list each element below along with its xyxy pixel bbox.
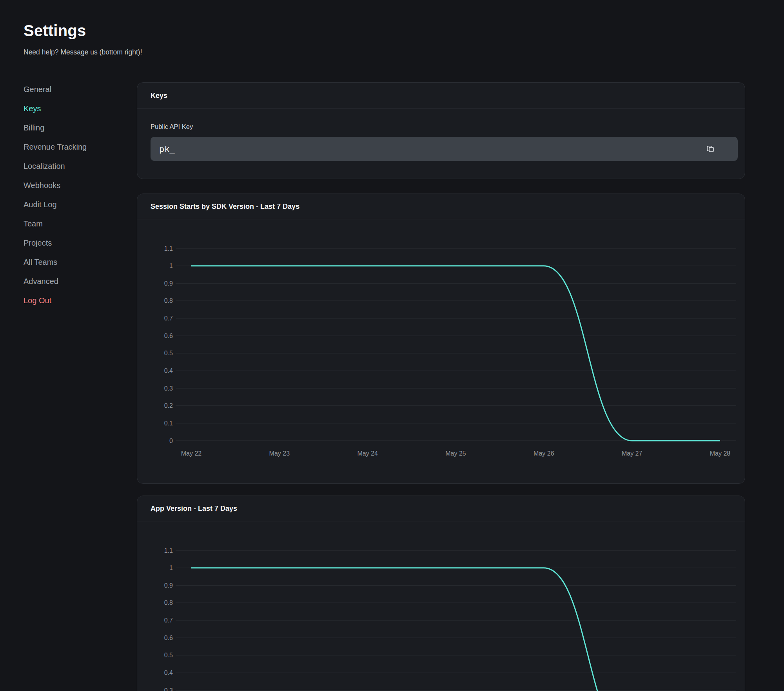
y-tick-label: 1 <box>169 564 173 571</box>
sidebar-item-all-teams[interactable]: All Teams <box>24 253 87 272</box>
sdk-version-chart-card: 1.110.90.80.70.60.50.40.30.20.10May 22Ma… <box>137 194 745 484</box>
y-tick-label: 0.5 <box>164 350 173 356</box>
y-tick-label: 0.8 <box>164 599 173 606</box>
y-tick-label: 1.1 <box>164 245 173 252</box>
x-tick-label: May 25 <box>445 450 466 457</box>
series-line <box>191 568 720 691</box>
y-tick-label: 0.7 <box>164 315 173 322</box>
sdk-version-line-chart: 1.110.90.80.70.60.50.40.30.20.10May 22Ma… <box>137 194 745 484</box>
x-tick-label: May 28 <box>710 450 731 457</box>
sidebar-item-webhooks[interactable]: Webhooks <box>24 176 87 195</box>
y-tick-label: 1.1 <box>164 547 173 554</box>
settings-nav: GeneralKeysBillingRevenue TrackingLocali… <box>24 80 87 310</box>
app-version-chart-header: App Version - Last 7 Days <box>137 496 745 521</box>
x-tick-label: May 22 <box>181 450 202 457</box>
app-version-chart-card: 1.110.90.80.70.60.50.40.30.20.10May 22Ma… <box>137 496 745 691</box>
y-tick-label: 0.9 <box>164 280 173 287</box>
chart-canvas: 1.110.90.80.70.60.50.40.30.20.10May 22Ma… <box>137 194 745 484</box>
y-tick-label: 0.2 <box>164 402 173 409</box>
page-subtitle: Need help? Message us (bottom right)! <box>24 48 142 56</box>
sdk-version-chart-header: Session Starts by SDK Version - Last 7 D… <box>137 194 745 219</box>
y-tick-label: 0.3 <box>164 687 173 691</box>
app-version-chart-title: App Version - Last 7 Days <box>151 505 237 513</box>
sidebar-item-keys[interactable]: Keys <box>24 99 87 118</box>
y-tick-label: 0.6 <box>164 333 173 339</box>
page-header: Settings Need help? Message us (bottom r… <box>24 22 142 56</box>
keys-card: Keys Public API Key pk_ <box>137 82 745 179</box>
app-version-line-chart: 1.110.90.80.70.60.50.40.30.20.10May 22Ma… <box>137 496 745 691</box>
sidebar-item-localization[interactable]: Localization <box>24 157 87 176</box>
keys-card-title: Keys <box>151 92 167 100</box>
copy-api-key-button[interactable] <box>705 143 717 155</box>
y-tick-label: 0 <box>169 438 173 444</box>
y-tick-label: 0.9 <box>164 582 173 589</box>
keys-card-body: Public API Key pk_ <box>137 123 745 161</box>
sdk-version-chart-title: Session Starts by SDK Version - Last 7 D… <box>151 203 299 211</box>
sidebar-item-log-out[interactable]: Log Out <box>24 291 87 310</box>
y-tick-label: 0.7 <box>164 617 173 624</box>
y-tick-label: 1 <box>169 262 173 269</box>
x-tick-label: May 24 <box>357 450 378 457</box>
y-tick-label: 0.3 <box>164 385 173 392</box>
y-tick-label: 0.6 <box>164 635 173 641</box>
sidebar-item-general[interactable]: General <box>24 80 87 99</box>
public-api-key-field[interactable]: pk_ <box>151 137 738 161</box>
page-title: Settings <box>24 22 142 40</box>
sidebar-item-audit-log[interactable]: Audit Log <box>24 195 87 214</box>
public-api-key-label: Public API Key <box>151 123 731 130</box>
chart-canvas: 1.110.90.80.70.60.50.40.30.20.10May 22Ma… <box>137 496 745 691</box>
y-tick-label: 0.8 <box>164 297 173 304</box>
x-tick-label: May 27 <box>622 450 642 457</box>
y-tick-label: 0.1 <box>164 420 173 427</box>
x-tick-label: May 26 <box>534 450 554 457</box>
sidebar-item-team[interactable]: Team <box>24 214 87 233</box>
copy-icon <box>706 144 716 154</box>
sidebar-item-revenue-tracking[interactable]: Revenue Tracking <box>24 137 87 157</box>
y-tick-label: 0.4 <box>164 367 173 374</box>
y-tick-label: 0.4 <box>164 669 173 676</box>
sidebar-item-billing[interactable]: Billing <box>24 118 87 137</box>
sidebar-item-advanced[interactable]: Advanced <box>24 272 87 291</box>
public-api-key-value: pk_ <box>159 144 705 154</box>
x-tick-label: May 23 <box>269 450 290 457</box>
keys-card-header: Keys <box>137 83 745 109</box>
y-tick-label: 0.5 <box>164 652 173 658</box>
sidebar-item-projects[interactable]: Projects <box>24 233 87 253</box>
